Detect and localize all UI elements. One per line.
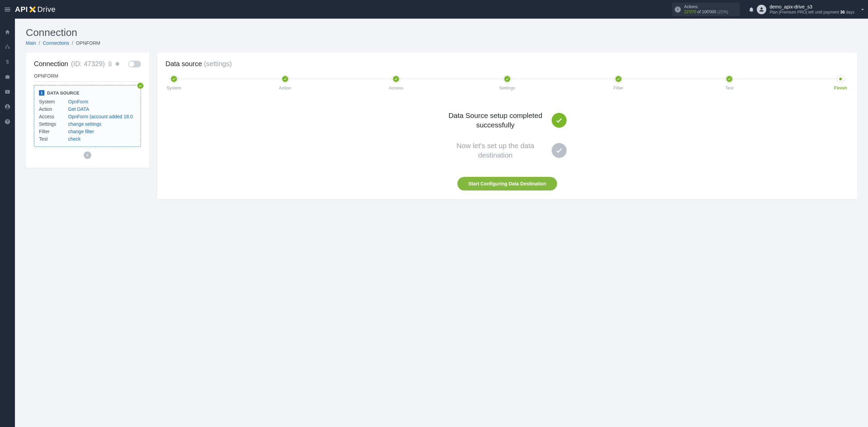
- actions-label: Actions:: [684, 4, 728, 9]
- step-dot-test[interactable]: [726, 75, 733, 83]
- step-dot-filter[interactable]: [615, 75, 622, 83]
- info-icon: i: [675, 6, 681, 13]
- breadcrumb-current: OPNFORM: [76, 40, 100, 46]
- finish-check-pending: [552, 143, 567, 158]
- note-icon[interactable]: [107, 61, 113, 66]
- avatar: [757, 5, 766, 14]
- ds-row-k-action: Action: [39, 106, 65, 112]
- step-dot-access[interactable]: [392, 75, 400, 83]
- data-source-settings-card: Data source (settings) System Action Acc…: [157, 53, 857, 199]
- sidenav-marketplace[interactable]: [0, 70, 15, 84]
- finish-check-done: [552, 113, 567, 128]
- ds-row-v-filter[interactable]: change filter: [68, 129, 136, 134]
- ds-row-k-settings: Settings: [39, 121, 65, 127]
- check-icon: [394, 77, 398, 81]
- user-icon: [758, 6, 765, 13]
- notifications-button[interactable]: [746, 0, 757, 19]
- actions-percent: (22%): [717, 9, 728, 14]
- check-icon: [727, 77, 731, 81]
- right-card-subtitle: (settings): [204, 60, 232, 67]
- check-icon: [172, 77, 176, 81]
- step-label-test[interactable]: Test: [725, 85, 733, 90]
- menu-icon: [4, 6, 11, 13]
- user-text: demo_apix-drive_s3 Plan |Premium PRO| le…: [770, 4, 854, 15]
- connection-name: OPNFORM: [34, 73, 141, 82]
- step-dot-system[interactable]: [170, 75, 178, 83]
- connection-card-title: Connection: [34, 60, 68, 68]
- logo-x-icon: [29, 6, 36, 13]
- page-title: Connection: [26, 27, 857, 38]
- sidenav-tutorials[interactable]: [0, 85, 15, 99]
- user-circle-icon: [4, 104, 11, 110]
- add-destination-button[interactable]: +: [84, 151, 91, 159]
- data-source-title: DATA SOURCE: [47, 90, 79, 96]
- ds-row-v-access[interactable]: OpnForm (account added 18.0: [68, 114, 136, 119]
- finish-msg-done: Data Source setup completed successfully: [448, 111, 543, 130]
- data-source-complete-badge: [137, 82, 144, 89]
- setup-stepper: System Action Access Settings Filter Tes…: [165, 75, 849, 90]
- ds-row-k-system: System: [39, 99, 65, 104]
- gear-icon[interactable]: [115, 61, 120, 66]
- ds-row-v-action[interactable]: Get DATA: [68, 106, 136, 112]
- step-dot-finish[interactable]: [837, 75, 844, 83]
- ds-row-k-test: Test: [39, 136, 65, 142]
- sidenav: [0, 19, 15, 427]
- check-icon: [138, 84, 142, 88]
- start-configuring-destination-button[interactable]: Start Configuring Data Destination: [457, 177, 557, 190]
- finish-msg-pending: Now let's set up the data destination: [448, 141, 543, 160]
- username: demo_apix-drive_s3: [770, 4, 854, 10]
- hamburger-menu-button[interactable]: [0, 0, 15, 19]
- logo-text-left: API: [15, 5, 28, 14]
- logo[interactable]: API Drive: [15, 5, 56, 14]
- ds-row-v-test[interactable]: check: [68, 136, 136, 142]
- step-dot-settings[interactable]: [504, 75, 511, 83]
- breadcrumb: Main / Connections / OPNFORM: [26, 40, 857, 46]
- data-source-number: 1: [39, 90, 44, 96]
- data-source-box[interactable]: 1 DATA SOURCE SystemOpnForm ActionGet DA…: [34, 85, 141, 147]
- sitemap-icon: [4, 44, 11, 50]
- sidenav-help[interactable]: [0, 115, 15, 128]
- step-label-settings[interactable]: Settings: [499, 85, 515, 90]
- step-label-finish[interactable]: Finish: [834, 85, 847, 90]
- connection-enable-toggle[interactable]: [128, 61, 141, 67]
- actions-of: of: [697, 9, 701, 14]
- step-dot-action[interactable]: [281, 75, 289, 83]
- step-label-access[interactable]: Access: [389, 85, 403, 90]
- user-menu-toggle[interactable]: [857, 0, 868, 19]
- ds-row-k-access: Access: [39, 114, 65, 119]
- topbar: API Drive i Actions: 22'070 of 100'000 (…: [0, 0, 868, 19]
- sidenav-account[interactable]: [0, 100, 15, 114]
- question-icon: [4, 119, 11, 125]
- actions-used: 22'070: [684, 9, 696, 14]
- chevron-down-icon: [860, 6, 866, 13]
- logo-text-right: Drive: [37, 5, 56, 14]
- sidenav-home[interactable]: [0, 25, 15, 39]
- check-icon: [555, 116, 563, 124]
- ds-row-v-system[interactable]: OpnForm: [68, 99, 136, 104]
- dollar-icon: [4, 59, 11, 65]
- actions-total: 100'000: [702, 9, 716, 14]
- connection-id: (ID: 47329): [71, 60, 105, 68]
- ds-row-v-settings[interactable]: change settings: [68, 121, 136, 127]
- bell-icon: [748, 6, 754, 13]
- breadcrumb-connections[interactable]: Connections: [43, 40, 69, 46]
- check-icon: [555, 146, 563, 155]
- sidenav-connections[interactable]: [0, 40, 15, 54]
- briefcase-icon: [4, 74, 11, 80]
- ds-row-k-filter: Filter: [39, 129, 65, 134]
- check-icon: [283, 77, 287, 81]
- right-card-title: Data source: [165, 60, 202, 67]
- connection-summary-card: Connection (ID: 47329) OPNFORM 1 D: [26, 53, 149, 168]
- sidenav-billing[interactable]: [0, 55, 15, 69]
- step-label-system[interactable]: System: [166, 85, 181, 90]
- home-icon: [4, 29, 11, 35]
- step-label-filter[interactable]: Filter: [613, 85, 623, 90]
- breadcrumb-main[interactable]: Main: [26, 40, 36, 46]
- step-label-action[interactable]: Action: [279, 85, 291, 90]
- check-icon: [505, 77, 509, 81]
- actions-usage-box[interactable]: i Actions: 22'070 of 100'000 (22%): [672, 3, 740, 16]
- user-menu[interactable]: demo_apix-drive_s3 Plan |Premium PRO| le…: [757, 4, 854, 15]
- check-icon: [616, 77, 620, 81]
- video-icon: [4, 89, 11, 95]
- plan-line: Plan |Premium PRO| left until payment 36…: [770, 10, 854, 15]
